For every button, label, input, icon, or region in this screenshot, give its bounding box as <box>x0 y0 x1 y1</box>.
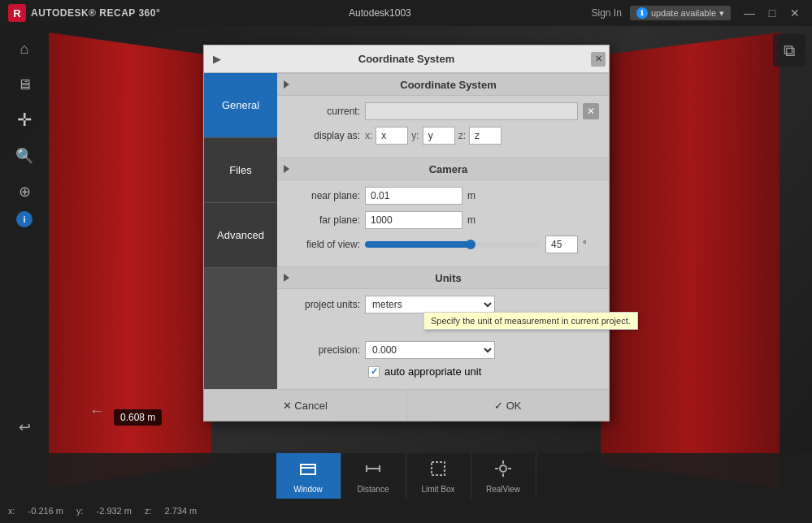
fov-input[interactable] <box>545 236 578 253</box>
app-name: AUTODESK® RECAP 360° <box>31 7 160 19</box>
far-plane-row: far plane: m <box>287 211 599 229</box>
fov-unit: ° <box>583 239 599 250</box>
layers-button[interactable]: ⧉ <box>773 34 805 67</box>
near-label: near plane: <box>287 190 360 201</box>
x-input[interactable] <box>376 127 408 145</box>
left-toolbar: ⌂ 🖥 ✛ 🔍 ⊕ i ↩ <box>0 26 49 499</box>
near-unit: m <box>467 190 484 201</box>
z-axis-label: z: <box>458 130 466 141</box>
logo-icon: R <box>8 4 26 22</box>
update-dropdown-icon: ▾ <box>719 8 724 19</box>
current-input[interactable] <box>365 102 578 120</box>
svg-rect-5 <box>432 462 445 475</box>
auto-unit-label: auto appropriate unit <box>384 365 481 378</box>
x-coord-value: -0.216 m <box>28 506 63 516</box>
units-section-header: Units <box>277 266 609 289</box>
search-button[interactable]: 🔍 <box>6 140 43 172</box>
limitbox-tool-button[interactable]: Limit Box <box>406 453 471 499</box>
sidebar-item-files[interactable]: Files <box>204 138 277 203</box>
cancel-button[interactable]: ✕ Cancel <box>204 390 407 421</box>
maximize-button[interactable]: □ <box>762 2 783 24</box>
project-units-select[interactable]: meters feet inches centimeters <box>365 296 495 313</box>
y-input[interactable] <box>423 127 455 145</box>
svg-rect-0 <box>301 465 315 474</box>
fov-track <box>365 241 541 248</box>
far-label: far plane: <box>287 214 360 226</box>
window-title: Autodesk1003 <box>168 7 591 19</box>
window-tool-icon <box>298 459 318 482</box>
compass-button[interactable]: ✛ <box>6 104 43 136</box>
far-input[interactable] <box>365 211 462 229</box>
z-coord-label: z: <box>145 506 152 516</box>
layers-area: ⧉ <box>773 34 805 67</box>
auto-unit-row: auto appropriate unit <box>368 365 599 378</box>
home-button[interactable]: ⌂ <box>6 32 43 65</box>
minimize-button[interactable]: — <box>739 2 760 24</box>
coord-section-header: Coordinate System <box>277 73 609 96</box>
auto-unit-checkbox[interactable] <box>368 366 380 378</box>
y-axis-label: y: <box>411 130 419 141</box>
update-label: update available <box>651 8 716 18</box>
undo-button[interactable]: ↩ <box>6 411 43 443</box>
distance-tool-label: Distance <box>358 485 389 494</box>
realview-tool-button[interactable]: RealView <box>471 453 536 499</box>
bottom-toolbar: Window Distance Limit Box RealView <box>0 453 812 499</box>
limitbox-tool-icon <box>428 459 448 482</box>
project-units-row: project units: meters feet inches centim… <box>287 296 599 313</box>
project-units-label: project units: <box>287 299 360 310</box>
display-as-row: display as: x: y: z: <box>287 127 599 145</box>
units-collapse-icon <box>284 274 289 282</box>
precision-select[interactable]: 0.000 0.00 0.0 0 <box>365 341 495 359</box>
collapse-icon: ▶ <box>211 53 224 66</box>
camera-section-title: Camera <box>294 163 602 175</box>
panel-footer: ✕ Cancel ✓ OK <box>204 389 609 421</box>
x-axis-label: x: <box>365 130 372 141</box>
z-input[interactable] <box>469 127 502 145</box>
ok-button[interactable]: ✓ OK <box>407 390 610 421</box>
units-section-title: Units <box>294 272 602 284</box>
realview-tool-icon <box>493 459 513 482</box>
current-clear-button[interactable]: ✕ <box>583 103 599 119</box>
coord-section-content: current: ✕ display as: x: y: z: <box>277 96 609 158</box>
update-icon: ℹ <box>636 7 648 19</box>
precision-row: precision: 0.000 0.00 0.0 0 <box>287 341 599 359</box>
panel-sidebar: General Files Advanced <box>204 73 277 389</box>
current-label: current: <box>287 106 360 117</box>
z-coord-value: 2.734 m <box>165 506 198 516</box>
signin-button[interactable]: Sign In <box>592 7 622 19</box>
camera-section-header: Camera <box>277 158 609 180</box>
monitor-button[interactable]: 🖥 <box>6 68 43 101</box>
realview-tool-label: RealView <box>486 485 520 494</box>
navigate-button[interactable]: ⊕ <box>6 175 43 208</box>
app-logo: R AUTODESK® RECAP 360° <box>0 4 168 22</box>
sidebar-item-advanced[interactable]: Advanced <box>204 203 277 268</box>
fov-thumb[interactable] <box>466 240 475 249</box>
coord-inputs: x: y: z: <box>365 127 502 145</box>
settings-panel: ▶ Coordinate System ✕ General Files Adva… <box>203 45 610 421</box>
x-coord-label: x: <box>8 506 15 516</box>
close-button[interactable]: ✕ <box>784 2 805 24</box>
y-coord-label: y: <box>76 506 84 516</box>
units-section-content: project units: meters feet inches centim… <box>277 289 609 389</box>
window-controls: — □ ✕ <box>739 2 805 24</box>
distance-tool-button[interactable]: Distance <box>341 453 406 499</box>
precision-label: precision: <box>287 344 360 356</box>
window-tool-button[interactable]: Window <box>276 453 341 499</box>
fov-label: field of view: <box>287 239 360 250</box>
measurement-badge: 0.608 m <box>114 409 162 426</box>
statusbar-coords: x: -0.216 m y: -2.932 m z: 2.734 m <box>8 506 197 516</box>
info-button[interactable]: i <box>16 211 33 227</box>
update-button[interactable]: ℹ update available ▾ <box>630 6 731 20</box>
panel-title: Coordinate System <box>358 53 454 65</box>
fov-slider[interactable] <box>365 236 541 253</box>
sidebar-item-general[interactable]: General <box>204 73 277 138</box>
panel-close-button[interactable]: ✕ <box>591 52 606 67</box>
distance-tool-icon <box>363 459 383 482</box>
window-tool-label: Window <box>293 485 323 494</box>
titlebar: R AUTODESK® RECAP 360° Autodesk1003 Sign… <box>0 0 812 26</box>
current-row: current: ✕ <box>287 102 599 120</box>
y-coord-value: -2.932 m <box>97 506 132 516</box>
camera-section-content: near plane: m far plane: m field of view… <box>277 180 609 266</box>
measurement-arrow: ← <box>89 403 104 420</box>
near-input[interactable] <box>365 187 462 205</box>
